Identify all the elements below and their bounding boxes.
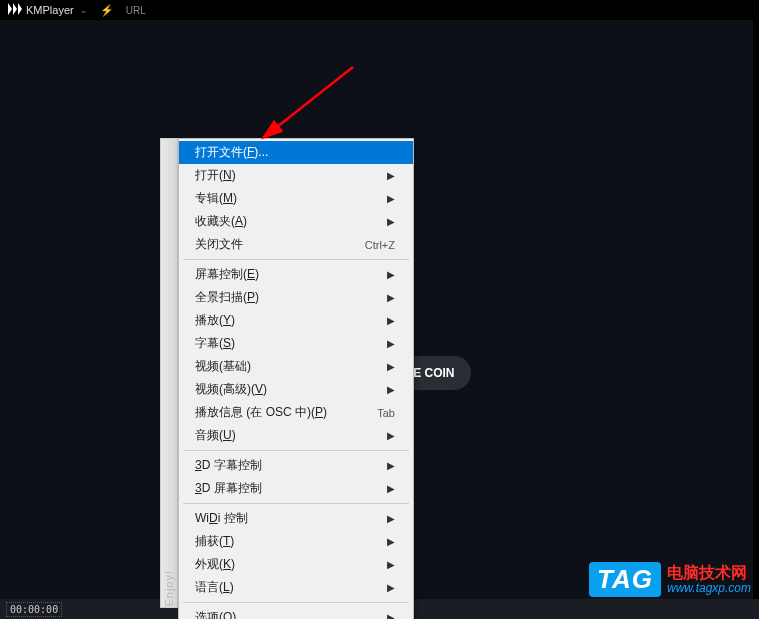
timecode: 00:00:00 bbox=[6, 602, 62, 617]
menu-item-label: 语言(L) bbox=[195, 579, 234, 596]
right-edge-bar bbox=[753, 20, 759, 599]
submenu-arrow-icon: ▶ bbox=[387, 170, 395, 181]
menu-item[interactable]: 音频(U)▶ bbox=[179, 424, 413, 447]
menu-item[interactable]: 打开(N)▶ bbox=[179, 164, 413, 187]
submenu-arrow-icon: ▶ bbox=[387, 460, 395, 471]
context-menu: 打开文件(F)...打开(N)▶专辑(M)▶收藏夹(A)▶关闭文件Ctrl+Z屏… bbox=[178, 138, 414, 619]
url-label[interactable]: URL bbox=[126, 5, 146, 16]
menu-item[interactable]: 收藏夹(A)▶ bbox=[179, 210, 413, 233]
submenu-arrow-icon: ▶ bbox=[387, 536, 395, 547]
menu-item-label: 视频(基础) bbox=[195, 358, 251, 375]
menu-item-label: 打开文件(F)... bbox=[195, 144, 268, 161]
enjoy-text: Enjoy! bbox=[163, 556, 175, 607]
submenu-arrow-icon: ▶ bbox=[387, 384, 395, 395]
bolt-icon[interactable]: ⚡ bbox=[100, 4, 114, 17]
menu-item-label: 捕获(T) bbox=[195, 533, 234, 550]
menu-separator bbox=[183, 602, 409, 603]
menu-item-label: 选项(O) bbox=[195, 609, 236, 619]
menu-item-label: 3D 屏幕控制 bbox=[195, 480, 262, 497]
menu-item[interactable]: 选项(O)▶ bbox=[179, 606, 413, 619]
menu-item[interactable]: 全景扫描(P)▶ bbox=[179, 286, 413, 309]
menu-item-label: 关闭文件 bbox=[195, 236, 243, 253]
menu-item[interactable]: 播放(Y)▶ bbox=[179, 309, 413, 332]
watermark-line1: 电脑技术网 bbox=[667, 564, 751, 582]
menu-item-label: 全景扫描(P) bbox=[195, 289, 259, 306]
menu-item[interactable]: 字幕(S)▶ bbox=[179, 332, 413, 355]
menu-item-label: 播放信息 (在 OSC 中)(P) bbox=[195, 404, 327, 421]
menu-item[interactable]: 视频(高级)(V)▶ bbox=[179, 378, 413, 401]
side-strip: Enjoy! bbox=[160, 138, 178, 608]
app-name[interactable]: KMPlayer bbox=[26, 4, 74, 16]
menu-item-shortcut: Ctrl+Z bbox=[365, 239, 395, 251]
app-logo-icon bbox=[8, 3, 22, 17]
menu-item-label: 播放(Y) bbox=[195, 312, 235, 329]
menu-item[interactable]: 外观(K)▶ bbox=[179, 553, 413, 576]
menu-item-label: 3D 字幕控制 bbox=[195, 457, 262, 474]
menu-item[interactable]: 打开文件(F)... bbox=[179, 141, 413, 164]
menu-item-label: 外观(K) bbox=[195, 556, 235, 573]
submenu-arrow-icon: ▶ bbox=[387, 292, 395, 303]
menu-item-shortcut: Tab bbox=[377, 407, 395, 419]
submenu-arrow-icon: ▶ bbox=[387, 430, 395, 441]
menu-separator bbox=[183, 450, 409, 451]
menu-item-label: 专辑(M) bbox=[195, 190, 237, 207]
menu-item-label: 字幕(S) bbox=[195, 335, 235, 352]
menu-item[interactable]: 捕获(T)▶ bbox=[179, 530, 413, 553]
submenu-arrow-icon: ▶ bbox=[387, 338, 395, 349]
menu-item[interactable]: 专辑(M)▶ bbox=[179, 187, 413, 210]
submenu-arrow-icon: ▶ bbox=[387, 193, 395, 204]
menu-separator bbox=[183, 503, 409, 504]
submenu-arrow-icon: ▶ bbox=[387, 216, 395, 227]
submenu-arrow-icon: ▶ bbox=[387, 513, 395, 524]
submenu-arrow-icon: ▶ bbox=[387, 269, 395, 280]
watermark-line2: www.tagxp.com bbox=[667, 582, 751, 595]
menu-item-label: 视频(高级)(V) bbox=[195, 381, 267, 398]
menu-item-label: 收藏夹(A) bbox=[195, 213, 247, 230]
menu-separator bbox=[183, 259, 409, 260]
submenu-arrow-icon: ▶ bbox=[387, 361, 395, 372]
submenu-arrow-icon: ▶ bbox=[387, 483, 395, 494]
menu-item[interactable]: 屏幕控制(E)▶ bbox=[179, 263, 413, 286]
watermark: TAG 电脑技术网 www.tagxp.com bbox=[589, 562, 751, 597]
menu-item[interactable]: 语言(L)▶ bbox=[179, 576, 413, 599]
menu-item-label: 屏幕控制(E) bbox=[195, 266, 259, 283]
menu-item[interactable]: 3D 屏幕控制▶ bbox=[179, 477, 413, 500]
menu-item[interactable]: 视频(基础)▶ bbox=[179, 355, 413, 378]
submenu-arrow-icon: ▶ bbox=[387, 559, 395, 570]
menu-item-label: WiDi 控制 bbox=[195, 510, 248, 527]
menu-item-label: 打开(N) bbox=[195, 167, 236, 184]
submenu-arrow-icon: ▶ bbox=[387, 612, 395, 619]
menu-item[interactable]: 3D 字幕控制▶ bbox=[179, 454, 413, 477]
menu-item[interactable]: 播放信息 (在 OSC 中)(P)Tab bbox=[179, 401, 413, 424]
submenu-arrow-icon: ▶ bbox=[387, 582, 395, 593]
watermark-tag: TAG bbox=[589, 562, 661, 597]
menu-item-label: 音频(U) bbox=[195, 427, 236, 444]
app-menu-caret-icon[interactable]: ⌄ bbox=[80, 5, 88, 15]
submenu-arrow-icon: ▶ bbox=[387, 315, 395, 326]
menu-item[interactable]: WiDi 控制▶ bbox=[179, 507, 413, 530]
menu-item[interactable]: 关闭文件Ctrl+Z bbox=[179, 233, 413, 256]
